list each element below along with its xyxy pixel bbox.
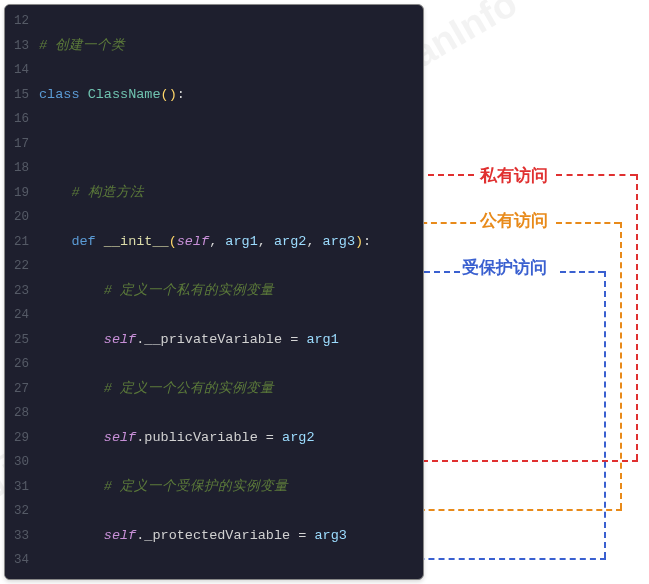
- line-number: 23: [5, 279, 29, 304]
- line-number: 21: [5, 230, 29, 255]
- annotation-private: 私有访问: [480, 164, 548, 187]
- line-number: 33: [5, 524, 29, 549]
- line-number: 19: [5, 181, 29, 206]
- line-number: 14: [5, 58, 29, 83]
- code-content[interactable]: # 创建一个类 class ClassName(): # 构造方法 def __…: [35, 5, 423, 579]
- line-number: 29: [5, 426, 29, 451]
- line-number: 30: [5, 450, 29, 475]
- line-number: 25: [5, 328, 29, 353]
- line-number: 24: [5, 303, 29, 328]
- line-number-gutter: 1213141516171819202122232425262728293031…: [5, 5, 35, 579]
- line-number: 13: [5, 34, 29, 59]
- line-number: 18: [5, 156, 29, 181]
- line-number: 22: [5, 254, 29, 279]
- annotation-protected: 受保护访问: [462, 256, 547, 279]
- line-number: 26: [5, 352, 29, 377]
- line-number: 16: [5, 107, 29, 132]
- line-number: 28: [5, 401, 29, 426]
- annotation-public: 公有访问: [480, 209, 548, 232]
- line-number: 31: [5, 475, 29, 500]
- line-number: 34: [5, 548, 29, 573]
- code-editor[interactable]: 1213141516171819202122232425262728293031…: [4, 4, 424, 580]
- line-number: 27: [5, 377, 29, 402]
- line-number: 15: [5, 83, 29, 108]
- line-number: 32: [5, 499, 29, 524]
- line-number: 20: [5, 205, 29, 230]
- line-number: 17: [5, 132, 29, 157]
- line-number: 12: [5, 9, 29, 34]
